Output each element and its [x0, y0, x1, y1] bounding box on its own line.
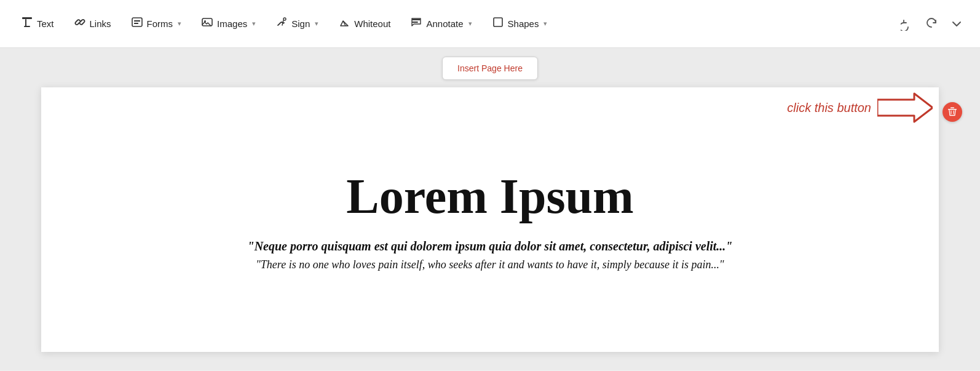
toolbar-shapes-label: Shapes [508, 18, 539, 29]
lorem-quote-sub: "There is no one who loves pain itself, … [256, 258, 724, 271]
sign-dropdown-arrow: ▾ [315, 20, 318, 28]
svg-rect-3 [132, 18, 142, 26]
sign-icon [275, 16, 288, 31]
svg-rect-4 [134, 20, 140, 22]
toolbar-text-btn[interactable]: Text [12, 11, 63, 36]
toolbar-text-label: Text [37, 18, 54, 29]
annotate-dropdown-arrow: ▾ [468, 20, 472, 28]
insert-page-label: Insert Page Here [457, 63, 523, 73]
toolbar: Text Links Forms ▾ [0, 0, 980, 48]
text-icon [21, 16, 33, 31]
shapes-icon [492, 16, 504, 31]
annotate-icon [410, 16, 422, 31]
toolbar-annotate-label: Annotate [426, 18, 463, 29]
toolbar-links-label: Links [90, 18, 111, 29]
toolbar-actions [896, 13, 968, 35]
svg-rect-2 [24, 26, 30, 27]
svg-rect-6 [202, 18, 212, 26]
svg-rect-12 [950, 107, 954, 108]
toolbar-sign-label: Sign [291, 18, 310, 29]
trash-icon [947, 106, 957, 118]
svg-point-8 [283, 18, 286, 20]
main-area: Insert Page Here click this button [0, 48, 980, 370]
svg-rect-9 [494, 18, 502, 26]
redo-button[interactable] [921, 13, 943, 35]
svg-rect-5 [134, 23, 138, 24]
lorem-title: Lorem Ipsum [346, 169, 633, 225]
forms-dropdown-arrow: ▾ [178, 20, 181, 28]
svg-marker-10 [877, 94, 933, 122]
toolbar-links-btn[interactable]: Links [65, 11, 120, 36]
undo-button[interactable] [896, 13, 919, 35]
svg-rect-0 [22, 17, 32, 19]
lorem-quote-main: "Neque porro quisquam est qui dolorem ip… [248, 239, 733, 253]
pdf-page: Lorem Ipsum "Neque porro quisquam est qu… [41, 87, 939, 352]
images-dropdown-arrow: ▾ [252, 20, 256, 28]
links-icon [74, 16, 86, 31]
toolbar-shapes-btn[interactable]: Shapes ▾ [483, 11, 556, 36]
arrow-icon [877, 92, 933, 123]
toolbar-whiteout-label: Whiteout [354, 18, 390, 29]
toolbar-sign-btn[interactable]: Sign ▾ [267, 11, 327, 36]
images-icon [201, 16, 213, 31]
toolbar-forms-label: Forms [147, 18, 173, 29]
toolbar-annotate-btn[interactable]: Annotate ▾ [401, 11, 480, 36]
whiteout-icon [338, 16, 350, 31]
toolbar-images-label: Images [217, 18, 247, 29]
annotation-wrapper: click this button [787, 92, 933, 123]
delete-page-button[interactable] [942, 102, 962, 122]
toolbar-whiteout-btn[interactable]: Whiteout [330, 11, 399, 36]
toolbar-forms-btn[interactable]: Forms ▾ [122, 11, 191, 36]
forms-icon [131, 16, 143, 31]
shapes-dropdown-arrow: ▾ [543, 20, 547, 28]
click-this-text: click this button [787, 101, 871, 115]
more-button[interactable] [946, 13, 968, 35]
insert-page-button[interactable]: Insert Page Here [442, 57, 538, 80]
toolbar-images-btn[interactable]: Images ▾ [192, 11, 264, 36]
page-wrapper: click this button Lore [41, 87, 939, 352]
svg-rect-11 [948, 109, 957, 110]
